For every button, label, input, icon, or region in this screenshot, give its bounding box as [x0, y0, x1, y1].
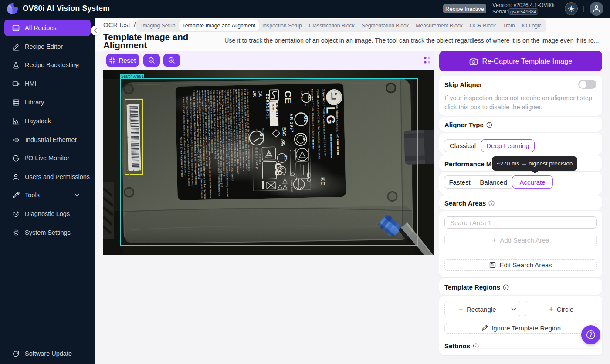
svg-text:■■■■■ ■■■■■■ ■■■■: ■■■■■ ■■■■■■ ■■■■ [330, 134, 333, 159]
svg-text:IS 13252 (Part 1)/: IS 13252 (Part 1)/ [255, 147, 258, 169]
svg-text:PO364 RoHS: PO364 RoHS [291, 180, 293, 192]
svg-text:CA: CA [258, 91, 263, 97]
svg-text:SAFETY: SAFETY [275, 103, 280, 118]
svg-text:CE: CE [283, 91, 294, 104]
svg-text:MARK: MARK [272, 104, 274, 112]
svg-text:KC: KC [320, 177, 326, 186]
svg-text:us: us [304, 104, 307, 106]
svg-text:ST: ST [259, 133, 265, 140]
svg-text:AR 1957: AR 1957 [289, 113, 295, 133]
svg-text:LISTED: LISTED [301, 91, 303, 101]
svg-text:LG: LG [324, 106, 337, 125]
svg-text:UK: UK [252, 91, 257, 97]
svg-text:Search Area 1: Search Area 1 [121, 74, 144, 78]
svg-text:UL: UL [308, 95, 312, 100]
svg-text:10: 10 [284, 155, 288, 160]
svg-text:UL: UL [303, 116, 308, 123]
svg-text:IEC 60950-1: IEC 60950-1 [258, 149, 262, 164]
svg-text:EAC: EAC [281, 127, 287, 137]
svg-text:c: c [304, 91, 307, 92]
svg-text:S: S [302, 137, 308, 141]
